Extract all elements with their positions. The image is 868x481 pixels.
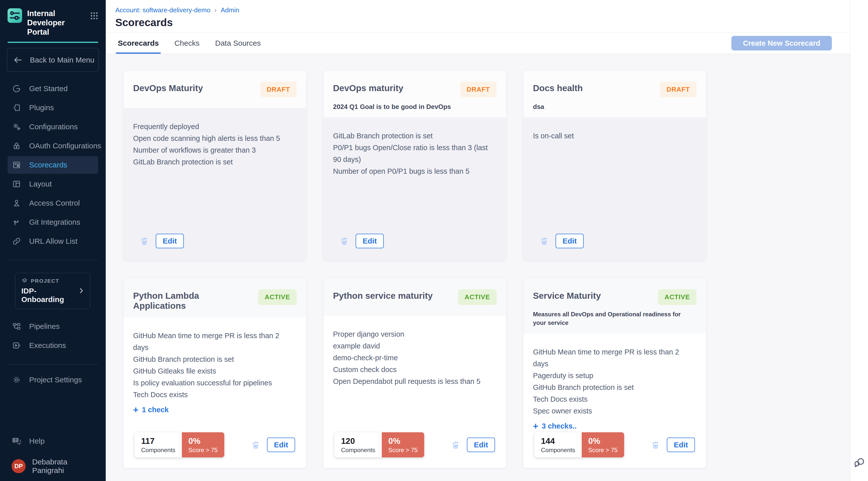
- card-header: DevOps maturity DRAFT 2024 Q1 Goal is to…: [323, 70, 506, 118]
- app-title: Internal Developer Portal: [27, 8, 84, 37]
- edit-scorecard-button[interactable]: Edit: [156, 234, 184, 248]
- sidebar-item-pipelines[interactable]: Pipelines: [7, 318, 98, 335]
- card-footer: Edit: [124, 234, 306, 260]
- gear-icon: [11, 375, 22, 384]
- edit-scorecard-button[interactable]: Edit: [355, 234, 384, 248]
- components-stat: 144 Components: [534, 432, 582, 457]
- scorecard-title: Python service maturity: [333, 289, 433, 301]
- card-header: Python service maturity ACTIVE: [323, 278, 506, 316]
- sidebar-item-layout[interactable]: Layout: [7, 175, 98, 193]
- back-to-main-menu-button[interactable]: Back to Main Menu: [7, 48, 99, 72]
- delete-scorecard-button[interactable]: [539, 236, 549, 246]
- tab-scorecards[interactable]: Scorecards: [116, 33, 161, 54]
- card-footer: 144 Components 0% Score > 75 Edit: [523, 432, 706, 468]
- edit-scorecard-button[interactable]: Edit: [267, 438, 295, 452]
- create-new-scorecard-button[interactable]: Create New Scorecard: [732, 36, 832, 51]
- check-item: Open code scanning high alerts is less t…: [133, 133, 297, 145]
- edit-scorecard-button[interactable]: Edit: [467, 438, 495, 452]
- sidebar-item-executions[interactable]: Executions: [7, 336, 98, 354]
- more-checks-link[interactable]: + 3 checks..: [533, 422, 696, 430]
- check-item: Proper django version: [333, 328, 497, 340]
- scorecard-description: Measures all DevOps and Operational read…: [533, 310, 691, 327]
- score-stat: 0% Score > 75: [182, 432, 224, 457]
- app-switcher-grid-icon[interactable]: [89, 8, 99, 21]
- support-chat-button[interactable]: [853, 456, 865, 468]
- check-item: GitHub Branch protection is set: [133, 353, 297, 365]
- help-chat-icon: ?: [11, 436, 22, 446]
- brand-accent-line: [7, 42, 98, 43]
- project-name: IDP-Onboarding: [21, 287, 78, 304]
- user-menu[interactable]: DP Debabrata Panigrahi: [7, 457, 98, 475]
- edit-scorecard-button[interactable]: Edit: [667, 438, 695, 452]
- scorecard-title: Python Lambda Applications: [133, 289, 253, 311]
- check-item: Spec owner exists: [533, 405, 696, 417]
- delete-scorecard-button[interactable]: [451, 440, 460, 450]
- more-checks-label: 3 checks..: [542, 422, 577, 430]
- sidebar-item-git-integrations[interactable]: Git Integrations: [7, 214, 98, 231]
- score-threshold-label: Score > 75: [188, 446, 218, 454]
- sidebar-item-get-started[interactable]: Get Started: [7, 80, 98, 97]
- sidebar-item-oauth-configurations[interactable]: OAuth Configurations: [7, 137, 98, 155]
- breadcrumb-chevron-icon: ›: [215, 6, 217, 14]
- breadcrumb-admin-link[interactable]: Admin: [221, 6, 239, 14]
- delete-scorecard-button[interactable]: [651, 440, 660, 450]
- check-item: Pagerduty is setup: [533, 370, 696, 382]
- sidebar-item-plugins[interactable]: Plugins: [7, 99, 98, 117]
- score-value: 0%: [188, 436, 218, 446]
- scorecard-card: Docs health DRAFT dsa Is on-call set Edi…: [523, 70, 706, 260]
- link-icon: [11, 237, 22, 246]
- project-selector[interactable]: PROJECT IDP-Onboarding: [15, 273, 90, 309]
- card-footer: Edit: [323, 234, 506, 260]
- card-header: DevOps Maturity DRAFT: [124, 70, 306, 108]
- avatar: DP: [11, 459, 26, 473]
- check-item: Open Dependabot pull requests is less th…: [333, 376, 497, 387]
- sidebar-item-label: Access Control: [29, 199, 80, 207]
- sidebar-bottom: ? Help DP Debabrata Panigrahi: [0, 432, 106, 481]
- check-item: example david: [333, 340, 497, 352]
- sidebar-item-configurations[interactable]: Configurations: [7, 118, 98, 135]
- scorecard-title: Docs health: [533, 82, 583, 93]
- tab-data-sources[interactable]: Data Sources: [213, 33, 263, 54]
- card-header: Docs health DRAFT dsa: [523, 70, 706, 118]
- sidebar-item-help[interactable]: ? Help: [7, 432, 98, 450]
- components-stat: 117 Components: [135, 432, 182, 457]
- delete-scorecard-button[interactable]: [340, 236, 349, 246]
- tab-checks[interactable]: Checks: [172, 33, 202, 54]
- app-header: Internal Developer Portal: [0, 0, 106, 37]
- more-checks-link[interactable]: + 1 check: [133, 406, 297, 414]
- check-item: Custom check docs: [333, 364, 497, 376]
- components-stat: 120 Components: [335, 432, 382, 457]
- pipelines-icon: [11, 322, 22, 331]
- breadcrumb-account-link[interactable]: Account: software-delivery-demo: [115, 6, 211, 14]
- score-value: 0%: [588, 436, 618, 446]
- check-item: Number of workflows is greater than 3: [133, 145, 297, 156]
- sidebar-item-project-settings[interactable]: Project Settings: [7, 371, 98, 389]
- scorecard-description: dsa: [533, 102, 691, 111]
- scorecard-title: DevOps Maturity: [133, 82, 203, 93]
- card-checks: GitHub Mean time to merge PR is less tha…: [124, 317, 306, 432]
- check-item: GitHub Branch protection is set: [533, 382, 696, 393]
- plugins-icon: [11, 103, 22, 112]
- sidebar-item-scorecards[interactable]: Scorecards: [7, 156, 98, 174]
- delete-scorecard-button[interactable]: [140, 236, 149, 246]
- scorecard-title: DevOps maturity: [333, 82, 403, 93]
- delete-scorecard-button[interactable]: [251, 440, 260, 450]
- score-stats: 117 Components 0% Score > 75: [135, 432, 224, 457]
- svg-text:?: ?: [14, 438, 17, 442]
- components-count: 120: [341, 436, 375, 446]
- page-header: Account: software-delivery-demo › Admin …: [106, 0, 850, 33]
- card-footer: 117 Components 0% Score > 75 Edit: [124, 432, 306, 468]
- sidebar-nav-project: Pipelines Executions: [0, 318, 106, 354]
- edit-scorecard-button[interactable]: Edit: [556, 234, 584, 248]
- check-item: P0/P1 bugs Open/Close ratio is less than…: [333, 142, 497, 165]
- right-utility-strip: [850, 0, 868, 481]
- components-count: 144: [541, 436, 575, 446]
- score-threshold-label: Score > 75: [588, 446, 618, 454]
- score-value: 0%: [388, 436, 418, 446]
- sidebar-item-url-allow-list[interactable]: URL Allow List: [7, 232, 98, 250]
- sidebar-item-access-control[interactable]: Access Control: [7, 194, 98, 212]
- project-info: PROJECT IDP-Onboarding: [21, 278, 78, 304]
- card-checks: Proper django version example david demo…: [323, 316, 506, 432]
- plus-icon: +: [533, 422, 538, 430]
- main-area: Account: software-delivery-demo › Admin …: [106, 0, 850, 481]
